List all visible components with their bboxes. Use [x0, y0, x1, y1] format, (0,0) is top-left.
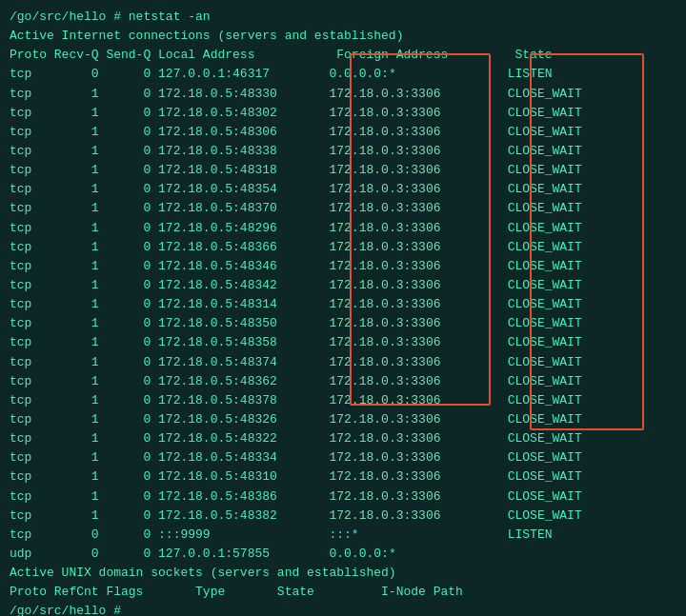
- cell-proto: tcp: [10, 144, 54, 158]
- cell-send: 0: [99, 527, 151, 542]
- cell-proto: tcp: [10, 163, 54, 177]
- table-row: tcp 1 0 172.18.0.5:48306 172.18.0.3:3306…: [10, 123, 676, 142]
- cell-state: CLOSE_WAIT: [508, 335, 582, 349]
- table-row: tcp 1 0 172.18.0.5:48354 172.18.0.3:3306…: [10, 180, 676, 199]
- cell-recv: 1: [54, 393, 99, 407]
- cell-foreign: 172.18.0.3:3306: [329, 182, 507, 196]
- cell-recv: 1: [54, 316, 99, 330]
- cell-foreign: 172.18.0.3:3306: [329, 450, 507, 465]
- table-row: tcp 1 0 172.18.0.5:48366 172.18.0.3:3306…: [10, 238, 676, 257]
- prompt-line: /go/src/hello # netstat -an: [10, 8, 676, 27]
- cell-recv: 1: [54, 106, 99, 120]
- cell-foreign: 172.18.0.3:3306: [329, 278, 507, 292]
- cell-recv: 1: [54, 297, 99, 311]
- table-row: tcp 1 0 172.18.0.5:48358 172.18.0.3:3306…: [10, 333, 676, 352]
- cell-proto: tcp: [10, 527, 54, 542]
- cell-local: 172.18.0.5:48370: [151, 201, 329, 215]
- cell-proto: tcp: [10, 67, 54, 81]
- cell-send: 0: [99, 125, 151, 139]
- cell-send: 0: [99, 201, 151, 215]
- cell-state: CLOSE_WAIT: [508, 489, 582, 504]
- cell-send: 0: [99, 163, 151, 177]
- cell-send: 0: [99, 144, 151, 158]
- cell-state: LISTEN: [508, 527, 553, 542]
- cell-local: :::9999: [151, 527, 329, 542]
- cell-foreign: :::*: [329, 527, 507, 542]
- cell-state: CLOSE_WAIT: [508, 412, 582, 427]
- cell-local: 172.18.0.5:48362: [151, 374, 329, 388]
- table-row: tcp 1 0 172.18.0.5:48378 172.18.0.3:3306…: [10, 391, 676, 410]
- cell-state: CLOSE_WAIT: [508, 201, 582, 215]
- table-row: tcp 1 0 172.18.0.5:48362 172.18.0.3:3306…: [10, 372, 676, 391]
- cell-foreign: 172.18.0.3:3306: [329, 163, 507, 177]
- cell-proto: tcp: [10, 297, 54, 311]
- col-headers: Proto Recv-Q Send-Q Local Address Foreig…: [10, 46, 676, 65]
- cell-send: 0: [99, 259, 151, 273]
- cell-state: CLOSE_WAIT: [508, 450, 582, 465]
- cell-local: 172.18.0.5:48338: [151, 144, 329, 158]
- cell-foreign: 172.18.0.3:3306: [329, 297, 507, 311]
- cell-recv: 1: [54, 431, 99, 446]
- cell-foreign: 172.18.0.3:3306: [329, 355, 507, 369]
- cell-local: 172.18.0.5:48342: [151, 278, 329, 292]
- table-row: tcp 1 0 172.18.0.5:48310 172.18.0.3:3306…: [10, 467, 676, 487]
- cell-foreign: 172.18.0.3:3306: [329, 201, 507, 215]
- cell-recv: 1: [54, 412, 99, 427]
- cell-state: LISTEN: [508, 67, 553, 81]
- table-row: tcp 1 0 172.18.0.5:48386 172.18.0.3:3306…: [10, 487, 676, 507]
- cell-state: CLOSE_WAIT: [508, 278, 582, 292]
- table-row: tcp 0 0 127.0.0.1:46317 0.0.0.0:* LISTEN: [10, 65, 676, 84]
- cell-send: 0: [99, 393, 151, 407]
- cell-local: 172.18.0.5:48330: [151, 87, 329, 101]
- table-row: tcp 1 0 172.18.0.5:48318 172.18.0.3:3306…: [10, 161, 676, 180]
- cell-foreign: 172.18.0.3:3306: [329, 125, 507, 139]
- cell-state: CLOSE_WAIT: [508, 106, 582, 120]
- cell-local: 172.18.0.5:48318: [151, 163, 329, 177]
- cell-state: CLOSE_WAIT: [508, 87, 582, 101]
- cell-state: CLOSE_WAIT: [508, 259, 582, 273]
- cell-local: 172.18.0.5:48350: [151, 316, 329, 330]
- cell-recv: 0: [54, 67, 99, 81]
- cell-local: 172.18.0.5:48314: [151, 297, 329, 311]
- cell-local: 172.18.0.5:48322: [151, 431, 329, 446]
- cell-recv: 1: [54, 87, 99, 101]
- cell-send: 0: [99, 335, 151, 349]
- cell-send: 0: [99, 67, 151, 81]
- cell-foreign: 172.18.0.3:3306: [329, 469, 507, 484]
- cell-recv: 1: [54, 144, 99, 158]
- cell-state: CLOSE_WAIT: [508, 297, 582, 311]
- cell-send: 0: [99, 87, 151, 101]
- cell-local: 172.18.0.5:48358: [151, 335, 329, 349]
- cell-local: 172.18.0.5:48378: [151, 393, 329, 407]
- cell-foreign: 172.18.0.3:3306: [329, 144, 507, 158]
- internet-header: Active Internet connections (servers and…: [10, 27, 676, 46]
- cell-proto: tcp: [10, 221, 54, 235]
- cell-proto: tcp: [10, 182, 54, 196]
- cell-local: 172.18.0.5:48296: [151, 221, 329, 235]
- cell-foreign: 0.0.0.0:*: [329, 546, 507, 561]
- cell-recv: 1: [54, 469, 99, 484]
- table-row: tcp 1 0 172.18.0.5:48382 172.18.0.3:3306…: [10, 507, 676, 526]
- footer-prompt: /go/src/hello #: [10, 602, 676, 616]
- cell-local: 172.18.0.5:48382: [151, 508, 329, 523]
- cell-proto: tcp: [10, 125, 54, 139]
- table-row: tcp 1 0 172.18.0.5:48350 172.18.0.3:3306…: [10, 314, 676, 333]
- cell-local: 127.0.0.1:46317: [151, 67, 329, 81]
- table-row: tcp 0 0 :::9999 :::* LISTEN: [10, 526, 676, 545]
- cell-state: CLOSE_WAIT: [508, 431, 582, 446]
- table-row: tcp 1 0 172.18.0.5:48314 172.18.0.3:3306…: [10, 295, 676, 314]
- cell-foreign: 172.18.0.3:3306: [329, 259, 507, 273]
- cell-local: 172.18.0.5:48354: [151, 182, 329, 196]
- cell-state: CLOSE_WAIT: [508, 240, 582, 254]
- cell-send: 0: [99, 431, 151, 446]
- table-row: tcp 1 0 172.18.0.5:48326 172.18.0.3:3306…: [10, 410, 676, 429]
- cell-recv: 1: [54, 450, 99, 465]
- cell-recv: 1: [54, 125, 99, 139]
- cell-foreign: 172.18.0.3:3306: [329, 374, 507, 388]
- cell-state: CLOSE_WAIT: [508, 182, 582, 196]
- cell-send: 0: [99, 240, 151, 254]
- cell-proto: tcp: [10, 87, 54, 101]
- cell-state: CLOSE_WAIT: [508, 374, 582, 388]
- cell-proto: tcp: [10, 278, 54, 292]
- cell-local: 172.18.0.5:48326: [151, 412, 329, 427]
